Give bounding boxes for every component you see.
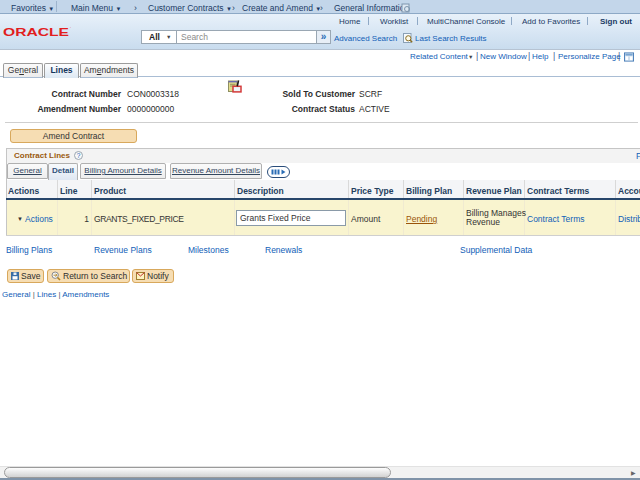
svg-text:?: ? <box>77 152 81 159</box>
svg-text:ORACLE: ORACLE <box>3 26 69 38</box>
svg-text:': ' <box>70 26 71 31</box>
